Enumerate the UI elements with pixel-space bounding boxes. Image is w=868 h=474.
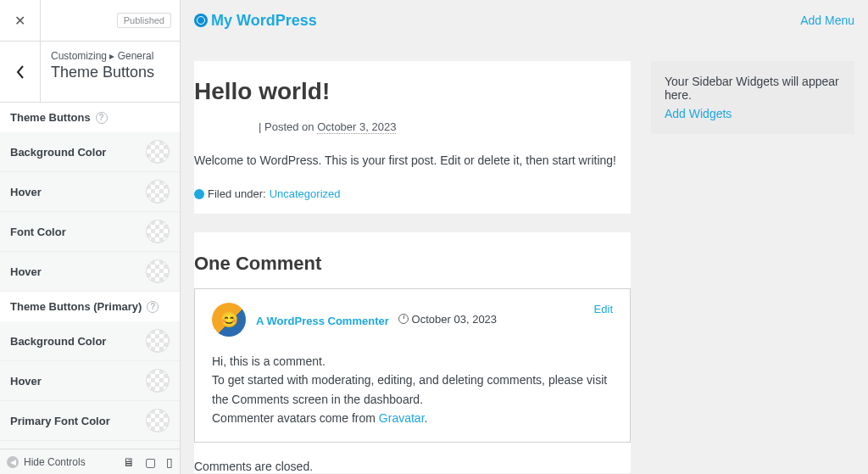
row-label: Background Color bbox=[10, 335, 106, 348]
hide-controls-button[interactable]: ◀Hide Controls bbox=[7, 456, 86, 468]
meta-prefix: | Posted on bbox=[259, 120, 317, 133]
section-label: Theme Buttons bbox=[10, 111, 91, 124]
row-hover[interactable]: Hover bbox=[0, 172, 180, 212]
post-title: Hello world! bbox=[194, 78, 631, 105]
section-theme-buttons: Theme Buttons? bbox=[0, 103, 180, 132]
category-link[interactable]: Uncategorized bbox=[270, 187, 341, 200]
sidebar-column: Your Sidebar Widgets will appear here. A… bbox=[651, 61, 854, 454]
preview-pane: My WordPress Add Menu Hello world! | Pos… bbox=[181, 0, 868, 474]
comment-line: Hi, this is a comment. bbox=[212, 352, 613, 371]
row-label: Background Color bbox=[10, 146, 106, 159]
panel-header: Customizing ▸ General Theme Buttons bbox=[0, 42, 180, 103]
edit-comment-link[interactable]: Edit bbox=[594, 303, 613, 315]
gravatar-link[interactable]: Gravatar bbox=[379, 411, 425, 425]
comment-body: Hi, this is a comment. To get started wi… bbox=[212, 352, 613, 428]
post: Hello world! | Posted on October 3, 2023… bbox=[194, 61, 631, 473]
preview-header: My WordPress Add Menu bbox=[181, 0, 868, 41]
comment-line: Commenter avatars come from bbox=[212, 411, 379, 425]
color-swatch[interactable] bbox=[146, 259, 170, 283]
row-primary-hover[interactable]: Hover bbox=[0, 361, 180, 401]
color-swatch[interactable] bbox=[146, 140, 170, 164]
panel-footer: ◀Hide Controls 🖥 ▢ ▯ bbox=[0, 449, 180, 474]
comment-line: To get started with moderating, editing,… bbox=[212, 371, 613, 409]
device-switcher: 🖥 ▢ ▯ bbox=[123, 455, 173, 469]
row-label: Hover bbox=[10, 265, 42, 278]
add-menu-link[interactable]: Add Menu bbox=[800, 14, 854, 27]
panel-heading: Customizing ▸ General Theme Buttons bbox=[41, 42, 180, 102]
color-swatch[interactable] bbox=[146, 220, 170, 243]
comments-closed: Comments are closed. bbox=[194, 460, 631, 473]
comment: Edit A WordPress Commenter October 03, 2… bbox=[194, 288, 631, 443]
comment-date: October 03, 2023 bbox=[398, 313, 497, 326]
post-date[interactable]: October 3, 2023 bbox=[317, 120, 396, 134]
row-label: Primary Font Color bbox=[10, 415, 110, 427]
row-background-color[interactable]: Background Color bbox=[0, 132, 180, 172]
row-hover-2[interactable]: Hover bbox=[0, 252, 180, 292]
row-font-color[interactable]: Font Color bbox=[0, 212, 180, 252]
wordpress-icon bbox=[194, 14, 208, 27]
customizer-panel: ✕ Published Customizing ▸ General Theme … bbox=[0, 0, 181, 474]
help-icon[interactable]: ? bbox=[147, 301, 159, 313]
post-meta: | Posted on October 3, 2023 bbox=[259, 120, 631, 133]
comment-header: A WordPress Commenter October 03, 2023 bbox=[212, 303, 613, 337]
row-label: Hover bbox=[10, 375, 42, 388]
comment-date-text: October 03, 2023 bbox=[412, 313, 497, 326]
row-primary-bg[interactable]: Background Color bbox=[0, 321, 180, 361]
mobile-icon[interactable]: ▯ bbox=[166, 455, 173, 469]
panel-title: Theme Buttons bbox=[51, 64, 170, 81]
avatar bbox=[212, 303, 246, 337]
clock-icon bbox=[398, 314, 409, 324]
category-icon bbox=[194, 189, 204, 199]
filed-label: Filed under: bbox=[208, 187, 266, 200]
desktop-icon[interactable]: 🖥 bbox=[123, 455, 135, 469]
section-label: Theme Buttons (Primary) bbox=[10, 300, 142, 313]
chevron-left-icon: ◀ bbox=[7, 456, 19, 468]
color-swatch[interactable] bbox=[146, 409, 170, 432]
preview-body: Hello world! | Posted on October 3, 2023… bbox=[181, 41, 868, 474]
panel-sections: Theme Buttons? Background Color Hover Fo… bbox=[0, 103, 180, 474]
divider bbox=[193, 214, 632, 232]
panel-top-bar: ✕ Published bbox=[0, 0, 180, 42]
row-label: Font Color bbox=[10, 226, 66, 238]
site-title: My WordPress bbox=[211, 12, 317, 30]
color-swatch[interactable] bbox=[146, 180, 170, 204]
widget-msg: Your Sidebar Widgets will appear here. bbox=[665, 75, 841, 102]
status-badge: Published bbox=[117, 13, 171, 28]
section-theme-buttons-primary: Theme Buttons (Primary)? bbox=[0, 292, 180, 321]
add-widgets-link[interactable]: Add Widgets bbox=[665, 107, 841, 120]
back-button[interactable] bbox=[0, 42, 41, 102]
close-button[interactable]: ✕ bbox=[0, 0, 41, 41]
help-icon[interactable]: ? bbox=[96, 112, 108, 124]
main-column: Hello world! | Posted on October 3, 2023… bbox=[194, 61, 631, 454]
tablet-icon[interactable]: ▢ bbox=[145, 455, 156, 469]
site-brand[interactable]: My WordPress bbox=[194, 12, 317, 30]
post-body: Welcome to WordPress. This is your first… bbox=[194, 153, 631, 167]
color-swatch[interactable] bbox=[146, 329, 170, 353]
widget-placeholder: Your Sidebar Widgets will appear here. A… bbox=[651, 61, 854, 134]
filed-under: Filed under: Uncategorized bbox=[194, 187, 631, 200]
comments-heading: One Comment bbox=[194, 253, 631, 275]
row-label: Hover bbox=[10, 186, 42, 198]
hide-controls-label: Hide Controls bbox=[24, 456, 86, 468]
commenter-link[interactable]: A WordPress Commenter bbox=[256, 314, 389, 326]
color-swatch[interactable] bbox=[146, 369, 170, 393]
panel-top-right: Published bbox=[41, 0, 180, 41]
row-primary-font[interactable]: Primary Font Color bbox=[0, 401, 180, 441]
breadcrumb: Customizing ▸ General bbox=[51, 50, 170, 62]
